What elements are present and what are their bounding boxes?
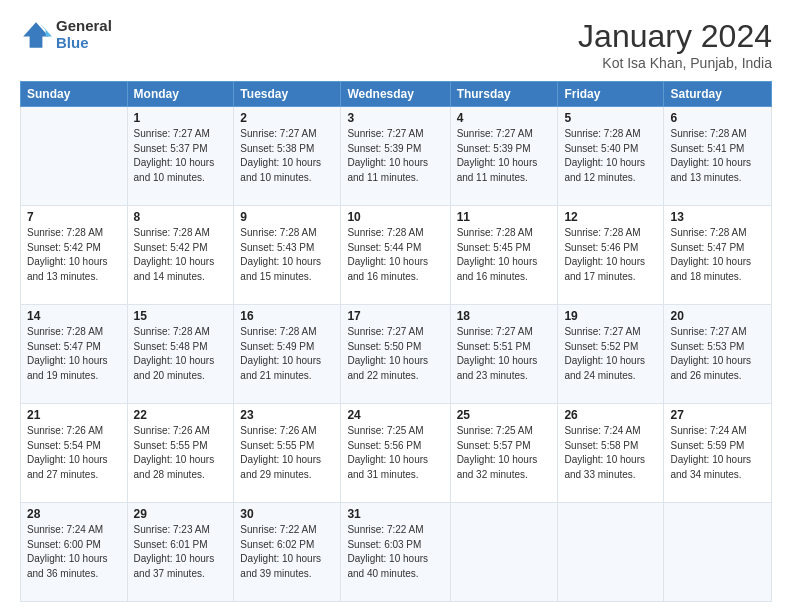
calendar-cell: 5Sunrise: 7:28 AM Sunset: 5:40 PM Daylig… [558, 107, 664, 206]
page: General Blue January 2024 Kot Isa Khan, … [0, 0, 792, 612]
day-number: 17 [347, 309, 443, 323]
day-number: 31 [347, 507, 443, 521]
day-info: Sunrise: 7:28 AM Sunset: 5:49 PM Dayligh… [240, 325, 334, 383]
calendar-cell: 24Sunrise: 7:25 AM Sunset: 5:56 PM Dayli… [341, 404, 450, 503]
calendar-cell: 20Sunrise: 7:27 AM Sunset: 5:53 PM Dayli… [664, 305, 772, 404]
day-number: 27 [670, 408, 765, 422]
day-info: Sunrise: 7:28 AM Sunset: 5:44 PM Dayligh… [347, 226, 443, 284]
header-thursday: Thursday [450, 82, 558, 107]
day-number: 28 [27, 507, 121, 521]
day-info: Sunrise: 7:23 AM Sunset: 6:01 PM Dayligh… [134, 523, 228, 581]
logo-icon [20, 19, 52, 51]
header-sunday: Sunday [21, 82, 128, 107]
calendar-header: Sunday Monday Tuesday Wednesday Thursday… [21, 82, 772, 107]
calendar-cell [558, 503, 664, 602]
calendar-cell: 28Sunrise: 7:24 AM Sunset: 6:00 PM Dayli… [21, 503, 128, 602]
day-info: Sunrise: 7:28 AM Sunset: 5:43 PM Dayligh… [240, 226, 334, 284]
calendar-cell: 25Sunrise: 7:25 AM Sunset: 5:57 PM Dayli… [450, 404, 558, 503]
calendar-cell: 27Sunrise: 7:24 AM Sunset: 5:59 PM Dayli… [664, 404, 772, 503]
header-tuesday: Tuesday [234, 82, 341, 107]
calendar-cell: 16Sunrise: 7:28 AM Sunset: 5:49 PM Dayli… [234, 305, 341, 404]
day-info: Sunrise: 7:26 AM Sunset: 5:55 PM Dayligh… [134, 424, 228, 482]
day-info: Sunrise: 7:27 AM Sunset: 5:38 PM Dayligh… [240, 127, 334, 185]
day-info: Sunrise: 7:22 AM Sunset: 6:02 PM Dayligh… [240, 523, 334, 581]
logo-general-text: General [56, 18, 112, 35]
day-number: 12 [564, 210, 657, 224]
calendar-cell: 17Sunrise: 7:27 AM Sunset: 5:50 PM Dayli… [341, 305, 450, 404]
month-title: January 2024 [578, 18, 772, 55]
calendar-cell: 29Sunrise: 7:23 AM Sunset: 6:01 PM Dayli… [127, 503, 234, 602]
day-number: 21 [27, 408, 121, 422]
day-number: 24 [347, 408, 443, 422]
day-info: Sunrise: 7:28 AM Sunset: 5:48 PM Dayligh… [134, 325, 228, 383]
day-number: 19 [564, 309, 657, 323]
header-wednesday: Wednesday [341, 82, 450, 107]
calendar-week-3: 21Sunrise: 7:26 AM Sunset: 5:54 PM Dayli… [21, 404, 772, 503]
calendar-cell: 6Sunrise: 7:28 AM Sunset: 5:41 PM Daylig… [664, 107, 772, 206]
calendar-cell: 10Sunrise: 7:28 AM Sunset: 5:44 PM Dayli… [341, 206, 450, 305]
day-number: 25 [457, 408, 552, 422]
calendar-cell: 23Sunrise: 7:26 AM Sunset: 5:55 PM Dayli… [234, 404, 341, 503]
day-number: 22 [134, 408, 228, 422]
calendar-cell: 30Sunrise: 7:22 AM Sunset: 6:02 PM Dayli… [234, 503, 341, 602]
calendar-cell: 9Sunrise: 7:28 AM Sunset: 5:43 PM Daylig… [234, 206, 341, 305]
day-number: 2 [240, 111, 334, 125]
day-info: Sunrise: 7:27 AM Sunset: 5:39 PM Dayligh… [457, 127, 552, 185]
calendar-cell: 31Sunrise: 7:22 AM Sunset: 6:03 PM Dayli… [341, 503, 450, 602]
day-info: Sunrise: 7:22 AM Sunset: 6:03 PM Dayligh… [347, 523, 443, 581]
day-info: Sunrise: 7:28 AM Sunset: 5:40 PM Dayligh… [564, 127, 657, 185]
svg-marker-0 [23, 22, 49, 48]
day-number: 4 [457, 111, 552, 125]
calendar-cell: 26Sunrise: 7:24 AM Sunset: 5:58 PM Dayli… [558, 404, 664, 503]
day-number: 1 [134, 111, 228, 125]
calendar-cell: 12Sunrise: 7:28 AM Sunset: 5:46 PM Dayli… [558, 206, 664, 305]
calendar-cell [664, 503, 772, 602]
calendar-cell: 18Sunrise: 7:27 AM Sunset: 5:51 PM Dayli… [450, 305, 558, 404]
day-info: Sunrise: 7:25 AM Sunset: 5:57 PM Dayligh… [457, 424, 552, 482]
day-number: 26 [564, 408, 657, 422]
header-saturday: Saturday [664, 82, 772, 107]
calendar-cell [450, 503, 558, 602]
calendar-week-0: 1Sunrise: 7:27 AM Sunset: 5:37 PM Daylig… [21, 107, 772, 206]
day-info: Sunrise: 7:27 AM Sunset: 5:39 PM Dayligh… [347, 127, 443, 185]
day-number: 5 [564, 111, 657, 125]
day-number: 11 [457, 210, 552, 224]
calendar-table: Sunday Monday Tuesday Wednesday Thursday… [20, 81, 772, 602]
day-info: Sunrise: 7:24 AM Sunset: 5:58 PM Dayligh… [564, 424, 657, 482]
day-info: Sunrise: 7:27 AM Sunset: 5:51 PM Dayligh… [457, 325, 552, 383]
calendar-week-2: 14Sunrise: 7:28 AM Sunset: 5:47 PM Dayli… [21, 305, 772, 404]
calendar-cell: 15Sunrise: 7:28 AM Sunset: 5:48 PM Dayli… [127, 305, 234, 404]
calendar-cell: 11Sunrise: 7:28 AM Sunset: 5:45 PM Dayli… [450, 206, 558, 305]
logo-blue-text: Blue [56, 35, 112, 52]
day-number: 7 [27, 210, 121, 224]
calendar-cell: 13Sunrise: 7:28 AM Sunset: 5:47 PM Dayli… [664, 206, 772, 305]
calendar-cell: 7Sunrise: 7:28 AM Sunset: 5:42 PM Daylig… [21, 206, 128, 305]
calendar-cell: 2Sunrise: 7:27 AM Sunset: 5:38 PM Daylig… [234, 107, 341, 206]
day-number: 18 [457, 309, 552, 323]
day-info: Sunrise: 7:25 AM Sunset: 5:56 PM Dayligh… [347, 424, 443, 482]
day-number: 16 [240, 309, 334, 323]
calendar-cell: 4Sunrise: 7:27 AM Sunset: 5:39 PM Daylig… [450, 107, 558, 206]
day-info: Sunrise: 7:24 AM Sunset: 5:59 PM Dayligh… [670, 424, 765, 482]
day-number: 9 [240, 210, 334, 224]
header: General Blue January 2024 Kot Isa Khan, … [20, 18, 772, 71]
day-number: 3 [347, 111, 443, 125]
weekday-header-row: Sunday Monday Tuesday Wednesday Thursday… [21, 82, 772, 107]
day-info: Sunrise: 7:28 AM Sunset: 5:47 PM Dayligh… [27, 325, 121, 383]
day-number: 8 [134, 210, 228, 224]
logo: General Blue [20, 18, 112, 51]
day-number: 14 [27, 309, 121, 323]
calendar-week-4: 28Sunrise: 7:24 AM Sunset: 6:00 PM Dayli… [21, 503, 772, 602]
day-info: Sunrise: 7:26 AM Sunset: 5:55 PM Dayligh… [240, 424, 334, 482]
day-info: Sunrise: 7:28 AM Sunset: 5:47 PM Dayligh… [670, 226, 765, 284]
day-info: Sunrise: 7:26 AM Sunset: 5:54 PM Dayligh… [27, 424, 121, 482]
location: Kot Isa Khan, Punjab, India [578, 55, 772, 71]
calendar-body: 1Sunrise: 7:27 AM Sunset: 5:37 PM Daylig… [21, 107, 772, 602]
header-friday: Friday [558, 82, 664, 107]
day-number: 23 [240, 408, 334, 422]
calendar-cell: 3Sunrise: 7:27 AM Sunset: 5:39 PM Daylig… [341, 107, 450, 206]
calendar-cell: 21Sunrise: 7:26 AM Sunset: 5:54 PM Dayli… [21, 404, 128, 503]
title-area: January 2024 Kot Isa Khan, Punjab, India [578, 18, 772, 71]
day-number: 29 [134, 507, 228, 521]
calendar-cell: 8Sunrise: 7:28 AM Sunset: 5:42 PM Daylig… [127, 206, 234, 305]
